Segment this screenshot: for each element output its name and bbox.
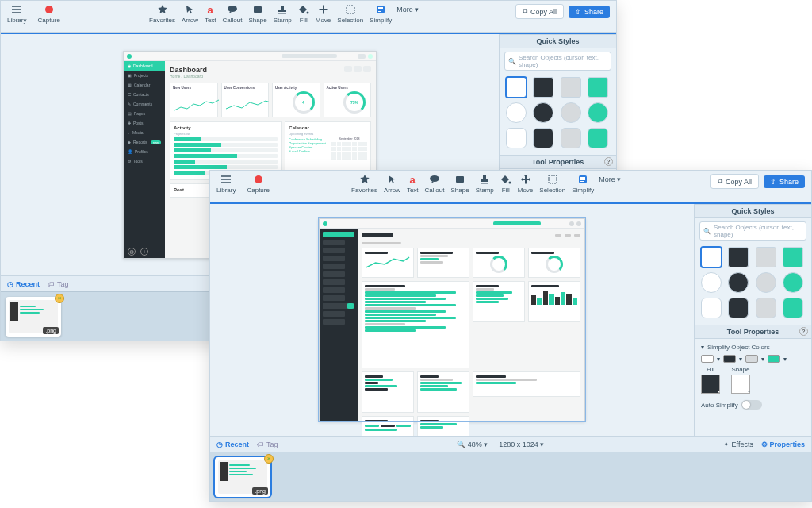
capture-button[interactable]: Capture [247, 174, 269, 194]
fill-well[interactable]: ▾ [701, 375, 720, 394]
svg-rect-19 [580, 181, 584, 182]
swatch[interactable] [728, 272, 749, 293]
palette-color[interactable] [723, 355, 736, 363]
tool-simplify[interactable]: Simplify [572, 174, 594, 194]
close-icon[interactable]: × [264, 454, 274, 464]
tool-favorites[interactable]: Favorites [149, 4, 175, 24]
shape-well[interactable]: ▾ [731, 375, 750, 394]
swatch[interactable] [561, 102, 581, 123]
canvas-dimensions[interactable]: 1280 x 1024 ▾ [499, 441, 544, 448]
tool-fill[interactable]: Fill [298, 4, 309, 24]
swatch[interactable] [588, 102, 608, 123]
tray-thumbnail[interactable]: .png × [6, 297, 61, 337]
swatch[interactable] [756, 247, 776, 267]
tool-shape[interactable]: Shape [248, 4, 266, 24]
swatch[interactable] [533, 128, 553, 148]
ext-badge: .png [43, 327, 59, 334]
search-objects-input[interactable]: 🔍Search Objects (cursor, text, shape) [699, 221, 806, 241]
palette-color[interactable] [701, 355, 714, 363]
palette-color[interactable] [745, 355, 758, 363]
recent-tab[interactable]: ◷Recent [216, 441, 249, 448]
swatch[interactable] [506, 102, 527, 123]
record-icon [253, 174, 264, 185]
tool-arrow[interactable]: Arrow [182, 4, 198, 24]
tool-shape[interactable]: Shape [450, 174, 469, 194]
palette-row: ▾ ▾ ▾ ▾ [701, 355, 805, 363]
chevron-down-icon: ▾ [415, 6, 419, 13]
tag-tab[interactable]: 🏷Tag [48, 280, 69, 288]
search-icon: 🔍 [457, 441, 465, 448]
copy-all-button[interactable]: ⧉Copy All [515, 4, 564, 19]
tag-tab[interactable]: 🏷Tag [257, 441, 278, 448]
help-icon[interactable]: ? [799, 327, 808, 336]
swatch[interactable] [756, 272, 776, 293]
search-objects-input[interactable]: 🔍Search Objects (cursor, text, shape) [504, 52, 611, 71]
record-icon [44, 4, 55, 15]
swatch[interactable] [533, 77, 553, 98]
shape-icon [252, 4, 263, 15]
card-conversions: User Conversions [221, 83, 270, 117]
close-icon[interactable]: × [55, 294, 64, 303]
tool-text[interactable]: aText [205, 4, 216, 24]
share-button[interactable]: ⇧Share [569, 6, 610, 18]
swatch[interactable] [561, 128, 581, 148]
simplify-icon [577, 174, 588, 185]
help-icon[interactable]: ? [604, 157, 613, 166]
swatch[interactable] [506, 128, 527, 148]
tool-selection[interactable]: Selection [539, 174, 565, 194]
swatch[interactable] [756, 298, 776, 318]
zoom-control[interactable]: 🔍 48% ▾ [457, 441, 488, 448]
copy-all-button[interactable]: ⧉Copy All [710, 174, 759, 189]
tool-properties-header: Tool Properties? [695, 325, 811, 339]
tool-fill[interactable]: Fill [500, 174, 511, 194]
swatch[interactable] [701, 298, 722, 318]
swatch[interactable] [701, 247, 722, 267]
more-menu[interactable]: More▾ [396, 6, 419, 13]
swatch[interactable] [728, 247, 749, 267]
right-sidebar: Quick Styles 🔍Search Objects (cursor, te… [694, 204, 811, 436]
svg-point-0 [45, 6, 53, 13]
canvas[interactable] [210, 204, 694, 436]
tool-arrow[interactable]: Arrow [384, 174, 400, 194]
tool-text[interactable]: aText [407, 174, 419, 194]
swatch[interactable] [783, 247, 803, 267]
recent-tab[interactable]: ◷Recent [7, 280, 40, 288]
search-icon: 🔍 [703, 228, 711, 235]
tool-stamp[interactable]: Stamp [476, 174, 494, 194]
swatch[interactable] [561, 77, 581, 98]
effects-button[interactable]: ✦ Effects [723, 441, 753, 448]
swatch[interactable] [783, 272, 803, 293]
copy-icon: ⧉ [523, 7, 527, 16]
tool-callout[interactable]: Callout [223, 4, 243, 24]
hamburger-icon [11, 4, 22, 15]
dashboard-title: Dashboard [170, 66, 207, 74]
swatch[interactable] [506, 77, 527, 98]
library-button[interactable]: Library [216, 174, 236, 194]
tool-simplify[interactable]: Simplify [370, 4, 392, 24]
swatch[interactable] [588, 128, 608, 148]
tool-stamp[interactable]: Stamp [274, 4, 292, 24]
svg-rect-5 [347, 6, 354, 13]
simplify-colors-section[interactable]: ▾Simplify Object Colors [701, 342, 805, 352]
quick-styles-header: Quick Styles [500, 34, 616, 48]
tool-callout[interactable]: Callout [425, 174, 445, 194]
swatch[interactable] [588, 77, 608, 98]
tool-selection[interactable]: Selection [337, 4, 363, 24]
tool-favorites[interactable]: Favorites [351, 174, 377, 194]
swatch[interactable] [533, 102, 553, 123]
more-menu[interactable]: More▾ [599, 175, 621, 183]
clock-icon: ◷ [216, 441, 223, 448]
tool-move[interactable]: Move [316, 4, 331, 24]
tool-move[interactable]: Move [518, 174, 534, 194]
swatch[interactable] [728, 298, 749, 318]
properties-button[interactable]: ⚙ Properties [761, 441, 805, 448]
tray-thumbnail[interactable]: .png × [215, 457, 270, 497]
palette-color[interactable] [768, 355, 780, 363]
share-button[interactable]: ⇧Share [764, 175, 805, 188]
library-button[interactable]: Library [7, 4, 26, 24]
capture-button[interactable]: Capture [37, 4, 59, 24]
auto-simplify-toggle[interactable] [741, 400, 762, 410]
swatch[interactable] [701, 272, 722, 293]
swatch[interactable] [783, 298, 803, 318]
card-active: Active Users73% [324, 83, 372, 117]
